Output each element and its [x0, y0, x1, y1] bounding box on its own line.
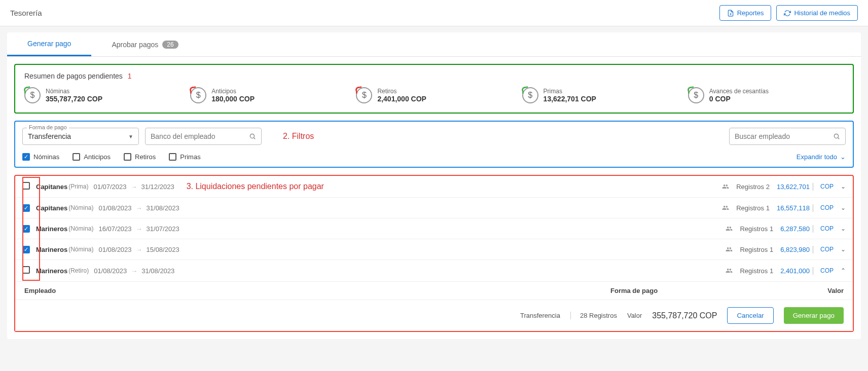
- summary-value: 2,401,000 COP: [377, 95, 426, 103]
- detail-header-row: Empleado Forma de pago Valor: [15, 282, 853, 300]
- row-checkbox[interactable]: ✓: [22, 204, 30, 212]
- dollar-icon: $: [522, 87, 538, 103]
- row-amount: 13,622,701: [777, 183, 813, 191]
- tab-approve-label: Aprobar pagos: [112, 41, 158, 49]
- table-row[interactable]: ✓ Marineros (Nómina) 01/08/2023 → 15/08/…: [15, 239, 853, 260]
- row-date-to: 31/12/2023: [141, 183, 174, 191]
- check-anticipos[interactable]: Anticipos: [73, 153, 111, 161]
- approve-count-badge: 26: [162, 41, 178, 49]
- checkbox-icon: [124, 153, 131, 161]
- payment-method-label: Forma de pago: [27, 124, 69, 130]
- filters-panel: Forma de pago Transferencia ▼ 2. Filtros: [14, 121, 854, 168]
- bank-search-input[interactable]: [145, 128, 262, 145]
- summary-label: Nóminas: [46, 88, 102, 95]
- row-group: Marineros: [36, 246, 67, 253]
- annotation-2: 2. Filtros: [283, 132, 314, 141]
- people-icon: [726, 225, 733, 232]
- row-date-from: 01/07/2023: [93, 183, 126, 191]
- table-row[interactable]: Capitanes (Prima) 01/07/2023 → 31/12/202…: [15, 176, 853, 198]
- summary-title-text: Resumen de pagos pendientes: [24, 72, 123, 80]
- footer-method: Transferencia: [520, 312, 560, 319]
- row-checkbox[interactable]: [22, 182, 30, 191]
- generate-payment-button[interactable]: Generar pago: [784, 307, 844, 324]
- chevron-down-icon: ⌄: [840, 153, 846, 161]
- payment-method-select[interactable]: Forma de pago Transferencia ▼: [22, 128, 139, 145]
- employee-input[interactable]: [735, 132, 833, 140]
- svg-point-1: [834, 134, 838, 138]
- checkbox-icon: ✓: [22, 246, 30, 253]
- employee-search-input[interactable]: [729, 128, 846, 145]
- row-type: (Retiro): [68, 267, 89, 274]
- history-label: Historial de medios: [794, 9, 850, 17]
- table-row[interactable]: ✓ Marineros (Nómina) 16/07/2023 → 31/07/…: [15, 218, 853, 239]
- refresh-icon: [784, 10, 791, 17]
- footer-bar: Transferencia 28 Registros Valor 355,787…: [15, 300, 853, 331]
- annotation-3: 3. Liquidaciones pendientes por pagar: [187, 182, 324, 191]
- row-amount: 6,823,980: [780, 246, 813, 253]
- reports-button[interactable]: Reportes: [719, 5, 772, 21]
- tab-approve-payments[interactable]: Aprobar pagos 26: [91, 32, 198, 56]
- summary-title: Resumen de pagos pendientes 1: [24, 72, 844, 80]
- tab-generate-label: Generar pago: [27, 40, 71, 48]
- expand-all-button[interactable]: Expandir todo ⌄: [797, 153, 846, 161]
- cancel-button[interactable]: Cancelar: [727, 307, 773, 324]
- row-date-from: 16/07/2023: [98, 225, 131, 233]
- table-row[interactable]: ✓ Capitanes (Nómina) 01/08/2023 → 31/08/…: [15, 198, 853, 218]
- dollar-icon: $: [356, 87, 372, 103]
- row-checkbox[interactable]: ✓: [22, 245, 30, 253]
- row-currency: COP: [820, 183, 834, 190]
- row-date-to: 15/08/2023: [147, 246, 179, 253]
- chevron-down-icon[interactable]: ⌄: [841, 246, 846, 253]
- bank-input[interactable]: [151, 132, 249, 140]
- search-icon: [249, 133, 256, 140]
- summary-item: $ Avances de cesantías 0 COP: [688, 87, 844, 103]
- row-type: (Prima): [68, 183, 88, 190]
- summary-value: 13,622,701 COP: [544, 95, 596, 103]
- checkbox-icon: ✓: [22, 204, 30, 212]
- summary-label: Primas: [544, 88, 596, 95]
- row-group: Capitanes: [36, 183, 67, 191]
- annotation-1: 1: [128, 72, 132, 80]
- row-amount: 6,287,580: [780, 225, 813, 233]
- tab-generate-payment[interactable]: Generar pago: [7, 32, 91, 56]
- payment-method-value: Transferencia: [28, 132, 128, 140]
- check-nominas-label: Nóminas: [33, 153, 59, 161]
- check-primas[interactable]: Primas: [169, 153, 200, 161]
- checkbox-icon: [22, 266, 30, 274]
- arrow-right-icon: →: [131, 183, 137, 191]
- summary-item: $ Anticipos 180,000 COP: [190, 87, 346, 103]
- row-checkbox[interactable]: ✓: [22, 225, 30, 233]
- row-currency: COP: [820, 204, 834, 211]
- chevron-up-icon[interactable]: ⌃: [841, 267, 846, 274]
- dollar-icon: $: [190, 87, 206, 103]
- checkbox-icon: [22, 182, 30, 190]
- summary-label: Anticipos: [211, 88, 255, 95]
- arrow-right-icon: →: [136, 204, 142, 212]
- row-records: Registros 1: [740, 267, 773, 275]
- row-records: Registros 1: [736, 204, 770, 212]
- checkbox-icon: ✓: [22, 153, 30, 161]
- reports-label: Reportes: [737, 9, 764, 17]
- filter-row-checks: ✓ Nóminas Anticipos Retiros Primas: [22, 153, 846, 161]
- table-row[interactable]: Marineros (Retiro) 01/08/2023 → 31/08/20…: [15, 260, 853, 282]
- main-card: Generar pago Aprobar pagos 26 Resumen de…: [7, 32, 861, 339]
- chevron-down-icon[interactable]: ⌄: [841, 183, 846, 190]
- row-type: (Nómina): [68, 246, 93, 253]
- row-amount: 2,401,000: [780, 267, 813, 275]
- page-header: Tesorería Reportes Historial de medios: [0, 0, 868, 26]
- check-retiros[interactable]: Retiros: [124, 153, 156, 161]
- check-nominas[interactable]: ✓ Nóminas: [22, 153, 59, 161]
- row-type: (Nómina): [68, 225, 93, 232]
- chevron-down-icon[interactable]: ⌄: [841, 225, 846, 232]
- summary-value: 0 COP: [709, 95, 769, 103]
- row-date-to: 31/07/2023: [147, 225, 179, 233]
- summary-value: 355,787,720 COP: [46, 95, 102, 103]
- pending-list-panel: Capitanes (Prima) 01/07/2023 → 31/12/202…: [14, 175, 854, 332]
- row-checkbox[interactable]: [22, 266, 30, 275]
- expand-all-label: Expandir todo: [797, 153, 837, 161]
- history-button[interactable]: Historial de medios: [776, 5, 858, 21]
- chevron-down-icon[interactable]: ⌄: [841, 204, 846, 211]
- search-icon: [833, 133, 840, 140]
- row-currency: COP: [820, 246, 834, 253]
- summary-row: $ Nóminas 355,787,720 COP $ Anticipos 18…: [24, 87, 844, 103]
